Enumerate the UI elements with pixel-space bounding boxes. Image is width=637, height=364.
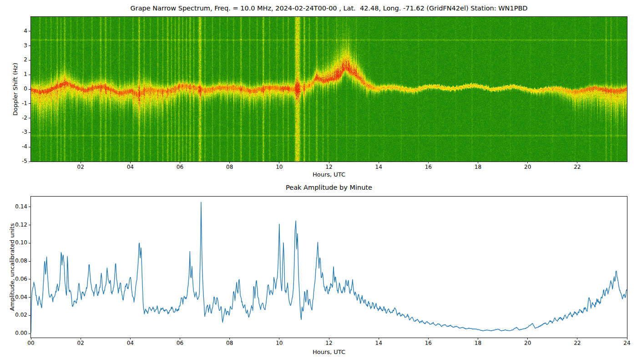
x-tick-label: 06 [171,340,189,346]
x-tick-mark [329,338,329,339]
x-tick-label: 12 [320,340,338,346]
y-tick-label: 0.10 [0,239,27,246]
x-tick-mark [627,338,627,339]
x-tick-label: 18 [469,164,487,170]
x-tick-label: 16 [419,164,437,170]
x-tick-mark [577,162,577,163]
x-tick-mark [180,162,180,163]
x-tick-mark [527,338,528,339]
x-tick-label: 24 [618,340,636,346]
x-tick-label: 20 [519,340,537,346]
y-tick-label: 0.08 [0,258,27,264]
x-tick-label: 10 [270,340,288,346]
y-tick-mark [29,31,30,31]
y-tick-mark [29,334,30,334]
x-tick-mark [379,162,379,163]
x-tick-label: 22 [568,340,586,346]
x-tick-mark [81,162,81,163]
y-tick-label: 0.02 [0,312,27,318]
x-tick-label: 04 [121,340,139,346]
y-tick-mark [29,132,30,133]
x-tick-mark [379,338,379,339]
x-tick-label: 12 [320,164,338,170]
y-tick-label: -5 [0,158,27,164]
spectrogram-heatmap-canvas [30,16,627,162]
x-tick-mark [478,162,478,163]
amplitude-xlabel: Hours, UTC [31,349,627,355]
y-tick-label: -4 [0,143,27,150]
y-tick-mark [29,147,30,147]
x-tick-mark [279,338,279,339]
x-tick-mark [527,162,528,163]
x-tick-mark [130,162,131,163]
y-tick-mark [29,261,30,262]
x-tick-mark [229,162,230,163]
y-tick-mark [29,162,30,162]
x-tick-label: 08 [221,340,239,346]
x-tick-label: 14 [369,164,388,170]
y-tick-label: -2 [0,115,27,121]
x-tick-label: 02 [71,164,90,170]
x-tick-mark [279,162,279,163]
x-tick-label: 08 [221,164,239,170]
y-tick-mark [29,89,30,90]
y-tick-label: 0.14 [0,203,27,210]
y-tick-label: 1 [0,71,27,77]
x-tick-mark [31,338,31,339]
y-tick-mark [29,118,30,118]
y-tick-mark [29,207,30,207]
y-tick-mark [29,46,30,46]
y-tick-mark [29,60,30,61]
y-tick-label: -1 [0,100,27,106]
y-tick-label: 0.00 [0,330,27,336]
y-tick-mark [29,243,30,243]
amplitude-line-canvas [30,196,627,338]
x-tick-label: 22 [568,164,586,170]
x-tick-label: 02 [71,340,90,346]
x-tick-label: 06 [171,164,189,170]
y-tick-label: 0.06 [0,276,27,282]
spectrogram-title: Grape Narrow Spectrum, Freq. = 10.0 MHz,… [31,5,627,12]
x-tick-mark [478,338,478,339]
x-tick-mark [577,338,577,339]
y-tick-label: -3 [0,129,27,135]
y-tick-mark [29,103,30,104]
y-tick-mark [29,297,30,298]
x-tick-mark [428,162,429,163]
x-tick-mark [130,338,131,339]
x-tick-mark [428,338,429,339]
y-tick-label: 0.04 [0,294,27,300]
y-tick-label: 3 [0,42,27,49]
y-tick-mark [29,225,30,225]
y-tick-label: 4 [0,28,27,34]
figure: Grape Narrow Spectrum, Freq. = 10.0 MHz,… [0,0,637,364]
y-tick-mark [29,315,30,316]
y-tick-label: 2 [0,56,27,63]
x-tick-label: 14 [369,340,388,346]
x-tick-mark [180,338,180,339]
x-tick-label: 00 [22,340,40,346]
x-tick-label: 10 [270,164,288,170]
x-tick-mark [229,338,230,339]
x-tick-mark [81,338,81,339]
x-tick-label: 16 [419,340,437,346]
y-tick-label: 0 [0,86,27,92]
spectrogram-xlabel: Hours, UTC [31,171,627,178]
amplitude-title: Peak Amplitude by Minute [31,184,627,191]
x-tick-label: 20 [519,164,537,170]
x-tick-mark [329,162,329,163]
x-tick-label: 18 [469,340,487,346]
x-tick-label: 04 [121,164,139,170]
y-tick-label: 0.12 [0,222,27,228]
y-tick-mark [29,279,30,279]
y-tick-mark [29,75,30,75]
